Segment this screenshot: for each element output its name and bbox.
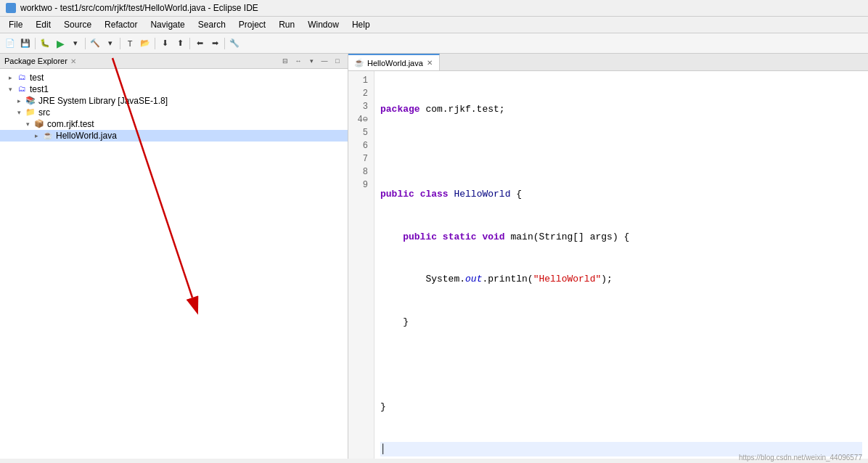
arrow-src: ▾ — [17, 109, 25, 116]
main-layout: Package Explorer ✕ ⊟ ↔ ▾ — □ ▸ 🗂 test — [0, 54, 868, 459]
menu-source[interactable]: Source — [58, 18, 97, 31]
code-line-6: } — [380, 315, 862, 329]
tree-item-jre[interactable]: ▸ 📚 JRE System Library [JavaSE-1.8] — [0, 95, 348, 107]
line-numbers: 1 2 3 4⊖ 5 6 7 8 9 — [348, 71, 374, 459]
status-url: https://blog.csdn.net/weixin_44096577 — [739, 454, 862, 462]
icon-test1-project: 🗂 — [16, 84, 28, 94]
tree-item-test[interactable]: ▸ 🗂 test — [0, 72, 348, 83]
code-line-2 — [380, 145, 862, 160]
icon-java-file: ☕ — [42, 131, 54, 141]
package-explorer-subtitle: ✕ — [70, 57, 76, 65]
toolbar-sep-4 — [155, 38, 155, 49]
menu-edit[interactable]: Edit — [30, 18, 57, 31]
line-num-6: 6 — [354, 139, 368, 152]
status-bar: https://blog.csdn.net/weixin_44096577 — [733, 452, 868, 463]
line-num-2: 2 — [354, 87, 368, 100]
package-explorer-panel: Package Explorer ✕ ⊟ ↔ ▾ — □ ▸ 🗂 test — [0, 54, 348, 459]
line-num-3: 3 — [354, 100, 368, 113]
app-icon — [6, 3, 16, 13]
next-annotation-btn[interactable]: ⬇ — [157, 36, 172, 51]
title-text: worktwo - test1/src/com/rjkf/test/HelloW… — [20, 3, 258, 13]
code-line-5: System.out.println("HelloWorld"); — [380, 272, 862, 287]
line-num-9: 9 — [354, 179, 368, 192]
icon-test-project: 🗂 — [16, 73, 28, 83]
package-explorer-title-area: Package Explorer ✕ — [4, 57, 76, 65]
toolbar-sep-6 — [224, 38, 225, 49]
new-btn[interactable]: 📄 — [3, 36, 17, 51]
code-line-3: public class HelloWorld { — [380, 187, 862, 202]
package-explorer-tree: ▸ 🗂 test ▾ 🗂 test1 ▸ 📚 JRE System Librar… — [0, 69, 348, 459]
icon-package: 📦 — [33, 119, 45, 129]
prev-annotation-btn[interactable]: ⬆ — [173, 36, 187, 51]
run-dropdown[interactable]: ▾ — [68, 36, 83, 51]
tree-item-helloworld[interactable]: ▸ ☕ HelloWorld.java — [0, 130, 348, 142]
package-explorer-header: Package Explorer ✕ ⊟ ↔ ▾ — □ — [0, 54, 348, 69]
menu-navigate[interactable]: Navigate — [144, 18, 190, 31]
menu-project[interactable]: Project — [233, 18, 271, 31]
toolbar-sep-5 — [189, 38, 190, 49]
toolbar: 📄 💾 🐛 ▶ ▾ 🔨 ▾ T 📂 ⬇ ⬆ ⬅ ➡ 🔧 — [0, 33, 868, 54]
code-line-8: } — [380, 400, 862, 414]
line-num-1: 1 — [354, 74, 368, 87]
label-package: com.rjkf.test — [47, 119, 94, 129]
code-line-4: public static void main(String[] args) { — [380, 230, 862, 245]
debug-btn[interactable]: 🐛 — [38, 36, 52, 51]
menu-file[interactable]: File — [3, 18, 28, 31]
code-editor[interactable]: 1 2 3 4⊖ 5 6 7 8 9 package com.rjkf.test… — [348, 71, 868, 459]
icon-jre: 📚 — [25, 96, 36, 106]
build-dropdown[interactable]: ▾ — [103, 36, 118, 51]
link-with-editor-btn[interactable]: ↔ — [292, 56, 304, 66]
label-test1: test1 — [30, 84, 49, 94]
view-menu-btn[interactable]: ▾ — [306, 56, 317, 66]
editor-tab-helloworld[interactable]: ☕ HelloWorld.java ✕ — [348, 54, 440, 70]
arrow-helloworld: ▸ — [35, 132, 42, 139]
toolbar-sep-2 — [85, 38, 86, 49]
title-bar: worktwo - test1/src/com/rjkf/test/HelloW… — [0, 0, 868, 17]
toolbar-sep-1 — [35, 38, 36, 49]
label-helloworld: HelloWorld.java — [56, 131, 117, 141]
forward-btn[interactable]: ➡ — [208, 36, 222, 51]
package-explorer-toolbar: ⊟ ↔ ▾ — □ — [279, 56, 343, 66]
arrow-jre: ▸ — [17, 97, 25, 105]
save-btn[interactable]: 💾 — [18, 36, 33, 51]
build-btn[interactable]: 🔨 — [88, 36, 102, 51]
icon-src-folder: 📁 — [25, 107, 36, 118]
menu-help[interactable]: Help — [346, 18, 376, 31]
open-resource-btn[interactable]: 📂 — [138, 36, 152, 51]
editor-area: ☕ HelloWorld.java ✕ 1 2 3 4⊖ 5 6 7 8 9 p… — [348, 54, 868, 459]
arrow-test: ▸ — [9, 74, 16, 81]
maximize-view-btn[interactable]: □ — [332, 56, 343, 66]
menu-run[interactable]: Run — [273, 18, 300, 31]
minimize-view-btn[interactable]: — — [319, 56, 330, 66]
open-type-btn[interactable]: T — [123, 36, 137, 51]
arrow-package: ▾ — [26, 120, 33, 128]
line-num-5: 5 — [354, 126, 368, 139]
tree-item-package[interactable]: ▾ 📦 com.rjkf.test — [0, 118, 348, 130]
external-tools-btn[interactable]: 🔧 — [227, 36, 242, 51]
label-src: src — [38, 107, 50, 118]
menu-refactor[interactable]: Refactor — [99, 18, 143, 31]
code-content[interactable]: package com.rjkf.test; public class Hell… — [374, 71, 868, 459]
tree-item-src[interactable]: ▾ 📁 src — [0, 107, 348, 118]
collapse-all-btn[interactable]: ⊟ — [279, 56, 291, 66]
run-btn[interactable]: ▶ — [53, 36, 67, 51]
line-num-7: 7 — [354, 152, 368, 165]
tree-item-test1[interactable]: ▾ 🗂 test1 — [0, 83, 348, 95]
menu-window[interactable]: Window — [302, 18, 345, 31]
line-num-4: 4⊖ — [354, 113, 368, 126]
editor-tab-bar: ☕ HelloWorld.java ✕ — [348, 54, 868, 71]
toolbar-sep-3 — [120, 38, 120, 49]
package-explorer-title: Package Explorer — [4, 57, 67, 65]
line-num-8: 8 — [354, 165, 368, 179]
code-line-7 — [380, 357, 862, 372]
back-btn[interactable]: ⬅ — [192, 36, 207, 51]
menu-bar: File Edit Source Refactor Navigate Searc… — [0, 17, 868, 33]
editor-tab-java-icon: ☕ — [354, 58, 364, 67]
arrow-test1: ▾ — [9, 86, 16, 93]
code-line-1: package com.rjkf.test; — [380, 102, 862, 117]
menu-search[interactable]: Search — [192, 18, 232, 31]
editor-tab-label: HelloWorld.java — [367, 59, 423, 67]
label-jre: JRE System Library [JavaSE-1.8] — [38, 96, 168, 106]
label-test: test — [30, 73, 44, 83]
editor-tab-close-btn[interactable]: ✕ — [426, 59, 433, 67]
